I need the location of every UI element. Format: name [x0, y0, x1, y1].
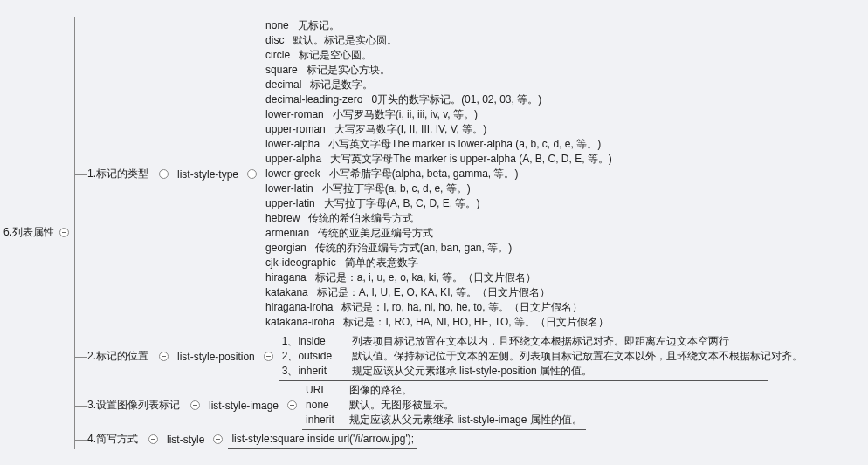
value-desc: 规定应该从父元素继承 list-style-position 属性的值。 — [352, 364, 592, 379]
table-row: upper-alpha 大写英文字母The marker is upper-al… — [265, 152, 612, 167]
collapse-icon[interactable] — [247, 169, 257, 179]
values-table: URL 图像的路径。none 默认。无图形被显示。inherit 规定应该从父元… — [302, 381, 586, 430]
table-row: square 标记是实心方块。 — [265, 63, 612, 78]
value-desc: 列表项目标记放置在文本以内，且环绕文本根据标记对齐。即距离左边文本空两行 — [352, 334, 729, 349]
table-row: 2、outside 默认值。保持标记位于文本的左侧。列表项目标记放置在文本以外，… — [282, 349, 764, 364]
collapse-icon[interactable] — [213, 434, 223, 444]
value-desc: 传统的亚美尼亚编号方式 — [318, 226, 433, 241]
value-desc: 标记是空心圆。 — [299, 48, 372, 63]
table-row: lower-roman 小写罗马数字(i, ii, iii, iv, v, 等。… — [265, 107, 612, 122]
value-key: decimal-leading-zero — [265, 92, 362, 107]
values-table: none 无标记。disc 默认。标记是实心圆。circle 标记是空心圆。sq… — [262, 17, 616, 332]
table-row: armenian 传统的亚美尼亚编号方式 — [265, 226, 612, 241]
value-key: circle — [265, 48, 290, 63]
collapse-icon[interactable] — [287, 400, 297, 410]
collapse-icon[interactable] — [59, 228, 69, 237]
value-desc: 传统的希伯来编号方式 — [308, 211, 413, 226]
root-children: 1.标记的类型 list-style-type none 无标记。disc 默认… — [74, 17, 768, 449]
value-desc: 标记是实心方块。 — [307, 63, 390, 78]
value-key: lower-roman — [265, 107, 324, 122]
value-key: upper-alpha — [265, 152, 321, 167]
value-key: katakana — [265, 285, 308, 300]
value-key: none — [306, 398, 341, 413]
table-row: inherit 规定应该从父元素继承 list-style-image 属性的值… — [306, 413, 582, 427]
value-key: URL — [306, 383, 341, 398]
value-key: lower-alpha — [265, 137, 320, 152]
table-row: hiragana 标记是：a, i, u, e, o, ka, ki, 等。（日… — [265, 270, 612, 285]
value-key: inherit — [306, 413, 341, 427]
table-row: none 默认。无图形被显示。 — [306, 398, 582, 413]
value-key: none — [265, 18, 289, 33]
value-desc: 大写拉丁字母(A, B, C, D, E, 等。) — [324, 196, 480, 211]
value-desc: 规定应该从父元素继承 list-style-image 属性的值。 — [349, 413, 582, 427]
branch-list-style-shorthand: 4.简写方式 list-style list-style:square insi… — [75, 430, 768, 449]
value-desc: 标记是：A, I, U, E, O, KA, KI, 等。（日文片假名） — [317, 285, 550, 300]
value-key: hiragana-iroha — [265, 300, 333, 315]
value-desc: 标记是：i, ro, ha, ni, ho, he, to, 等。（日文片假名） — [341, 300, 582, 315]
value-text: list-style:square inside url('/i/arrow.j… — [231, 432, 414, 447]
value-desc: 0开头的数字标记。(01, 02, 03, 等。) — [371, 92, 541, 107]
value-desc: 无标记。 — [298, 18, 340, 33]
value-key: upper-latin — [265, 196, 315, 211]
table-row: lower-greek 小写希腊字母(alpha, beta, gamma, 等… — [265, 167, 612, 181]
collapse-icon[interactable] — [190, 400, 200, 410]
table-row: hiragana-iroha 标记是：i, ro, ha, ni, ho, he… — [265, 300, 612, 315]
value-key: cjk-ideographic — [265, 256, 336, 270]
table-row: URL 图像的路径。 — [306, 383, 582, 398]
property-name: list-style-position — [174, 351, 258, 363]
value-desc: 标记是数字。 — [310, 78, 373, 92]
value-key: decimal — [265, 78, 301, 92]
branch-list-style-type: 1.标记的类型 list-style-type none 无标记。disc 默认… — [75, 17, 768, 332]
root-label: 6.列表属性 — [3, 225, 59, 240]
value-desc: 简单的表意数字 — [345, 256, 418, 270]
collapse-icon[interactable] — [159, 169, 169, 179]
value-desc: 图像的路径。 — [349, 383, 412, 398]
branch-list-style-position: 2.标记的位置 list-style-position 1、inside 列表项… — [75, 332, 768, 381]
value-key: square — [265, 63, 298, 78]
table-row: georgian 传统的乔治亚编号方式(an, ban, gan, 等。) — [265, 241, 612, 256]
value-desc: 标记是：I, RO, HA, NI, HO, HE, TO, 等。（日文片假名） — [343, 315, 609, 330]
value-key: katakana-iroha — [265, 315, 334, 330]
collapse-icon[interactable] — [159, 352, 169, 361]
value-desc: 大写罗马数字(I, II, III, IV, V, 等。) — [334, 122, 486, 137]
value-key: armenian — [265, 226, 309, 241]
table-row: 1、inside 列表项目标记放置在文本以内，且环绕文本根据标记对齐。即距离左边… — [282, 334, 764, 349]
table-row: decimal 标记是数字。 — [265, 78, 612, 92]
table-row: lower-alpha 小写英文字母The marker is lower-al… — [265, 137, 612, 152]
value-desc: 默认。标记是实心圆。 — [293, 33, 397, 48]
property-name: list-style-image — [205, 400, 282, 412]
shorthand-value: list-style:square inside url('/i/arrow.j… — [228, 430, 417, 449]
value-desc: 传统的乔治亚编号方式(an, ban, gan, 等。) — [315, 241, 512, 256]
value-key: upper-roman — [265, 122, 326, 137]
table-row: cjk-ideographic 简单的表意数字 — [265, 256, 612, 270]
value-desc: 默认。无图形被显示。 — [349, 398, 454, 413]
value-desc: 默认值。保持标记位于文本的左侧。列表项目标记放置在文本以外，且环绕文本不根据标记… — [352, 349, 803, 364]
collapse-icon[interactable] — [264, 352, 273, 361]
table-row: 3、inherit 规定应该从父元素继承 list-style-position… — [282, 364, 764, 379]
branch-list-style-image: 3.设置图像列表标记 list-style-image URL 图像的路径。no… — [75, 381, 768, 430]
table-row: hebrew 传统的希伯来编号方式 — [265, 211, 612, 226]
value-key: georgian — [265, 241, 307, 256]
table-row: lower-latin 小写拉丁字母(a, b, c, d, e, 等。) — [265, 181, 612, 196]
value-key: hiragana — [265, 270, 307, 285]
mindmap-root: 6.列表属性 1.标记的类型 list-style-type none 无标记。… — [3, 0, 865, 465]
values-table: 1、inside 列表项目标记放置在文本以内，且环绕文本根据标记对齐。即距离左边… — [279, 332, 768, 381]
collapse-icon[interactable] — [148, 434, 158, 444]
value-desc: 标记是：a, i, u, e, o, ka, ki, 等。（日文片假名） — [315, 270, 536, 285]
table-row: upper-latin 大写拉丁字母(A, B, C, D, E, 等。) — [265, 196, 612, 211]
value-key: 1、inside — [282, 334, 343, 349]
table-row: decimal-leading-zero 0开头的数字标记。(01, 02, 0… — [265, 92, 612, 107]
table-row: upper-roman 大写罗马数字(I, II, III, IV, V, 等。… — [265, 122, 612, 137]
value-desc: 小写拉丁字母(a, b, c, d, e, 等。) — [322, 181, 471, 196]
table-row: disc 默认。标记是实心圆。 — [265, 33, 612, 48]
branch-label: 4.简写方式 — [87, 432, 143, 447]
value-desc: 小写罗马数字(i, ii, iii, iv, v, 等。) — [333, 107, 478, 122]
value-key: hebrew — [265, 211, 300, 226]
value-key: 2、outside — [282, 349, 343, 364]
value-desc: 小写英文字母The marker is lower-alpha (a, b, c… — [328, 137, 601, 152]
property-name: list-style — [163, 434, 208, 446]
value-key: lower-greek — [265, 167, 320, 181]
property-name: list-style-type — [174, 168, 242, 181]
table-row: none 无标记。 — [265, 18, 612, 33]
value-key: disc — [265, 33, 284, 48]
